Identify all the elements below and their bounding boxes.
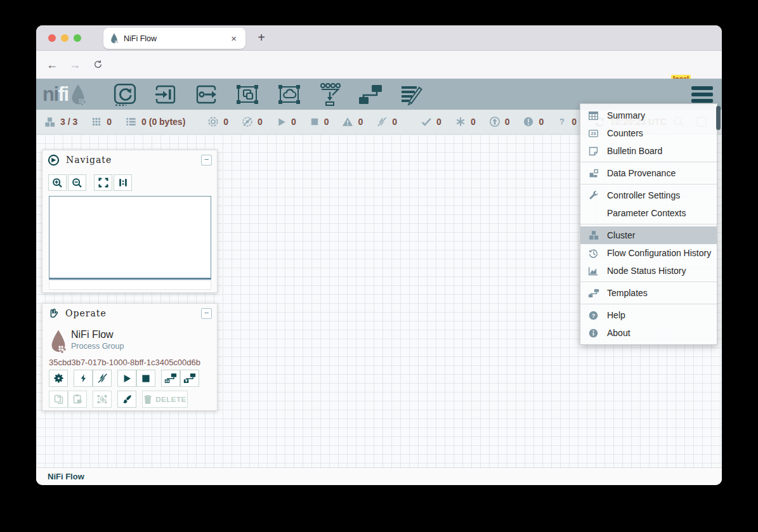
nifi-logo: nifi [42,84,86,105]
start-button[interactable] [117,370,136,387]
menu-item-parameter-contexts[interactable]: Parameter Contexts [580,204,717,222]
compass-icon [48,154,60,166]
back-button[interactable]: ← [44,56,60,73]
svg-text:23: 23 [591,131,596,136]
cubes-icon [588,230,607,241]
enable-button[interactable] [74,370,93,387]
menu-item-flow-configuration-history[interactable]: Flow Configuration History [580,244,717,262]
zoom-actual-size-button[interactable] [114,174,132,191]
global-menu-button[interactable] [691,86,713,103]
save-template-button[interactable] [161,370,180,387]
table-icon [588,110,607,121]
stat-not-transmitting: 0 [242,116,263,127]
menu-item-counters[interactable]: 23 Counters [580,124,717,142]
stat-value: 0 [436,117,441,127]
stat-queued: 0 (0 bytes) [125,116,185,127]
running-icon [276,117,287,127]
collapse-navigate-button[interactable]: − [201,155,212,165]
window-controls [48,34,81,42]
upload-template-button[interactable] [180,370,199,387]
menu-item-templates[interactable]: Templates [580,284,717,302]
processor-component-icon[interactable] [113,82,137,107]
breadcrumb[interactable]: NiFi Flow [48,472,84,481]
process-group-drop-icon [49,329,67,353]
zoom-out-button[interactable] [68,174,86,191]
menu-item-node-status-history[interactable]: Node Status History [580,262,717,280]
menu-label: Node Status History [607,266,686,276]
reload-button[interactable] [89,56,106,73]
template-component-icon[interactable] [358,84,383,105]
scrollbar-thumb[interactable] [716,106,721,130]
menu-label: Help [607,310,625,320]
configuration-button[interactable] [49,370,68,387]
info-circle-icon [588,328,607,339]
menu-label: Summary [607,110,645,120]
menu-item-about[interactable]: About [580,324,717,342]
stat-value: 0 [291,117,296,127]
selected-component-id[interactable]: 35cbd3b7-017b-1000-8bff-1c3405c00d6b [49,358,200,367]
question-mark-icon: ? [557,116,567,127]
remote-process-group-component-icon[interactable] [277,83,302,106]
menu-item-summary[interactable]: Summary [580,107,717,124]
disable-button[interactable] [93,370,112,387]
menu-divider [580,184,717,185]
birdseye-map[interactable] [49,196,211,280]
nifi-drop-icon [70,84,86,105]
tab-bar: NiFi Flow × + [36,25,722,51]
exclamation-circle-icon [523,116,534,127]
logo-fi: fi [58,83,69,105]
minimize-window-button[interactable] [61,34,69,42]
group-button[interactable] [93,391,112,408]
tab-favicon-nifi-drop-icon [110,33,119,44]
menu-item-cluster[interactable]: Cluster [580,226,717,244]
fill-color-button[interactable] [117,391,136,408]
stop-button[interactable] [136,370,155,387]
stat-value: 0 [324,117,329,127]
menu-label: Parameter Contexts [607,208,686,218]
stat-invalid: 0 [342,116,363,127]
operate-header[interactable]: Operate − [42,304,217,323]
new-tab-button[interactable]: + [253,30,270,45]
label-component-icon[interactable] [400,83,424,106]
zoom-window-button[interactable] [74,34,81,42]
stat-sync-failure: ? 0 [557,116,577,127]
menu-divider [580,304,717,304]
threads-grid-icon [91,116,102,127]
funnel-component-icon[interactable] [318,82,341,107]
stat-stopped: 0 [310,117,329,127]
invalid-warning-icon [342,116,353,127]
output-port-component-icon[interactable] [194,84,218,105]
browser-navbar: ← → 192.168.40.11:8080/nifi/ ☆ local [36,51,722,79]
navigate-header[interactable]: Navigate − [42,150,217,169]
stat-running: 0 [276,117,296,127]
close-window-button[interactable] [48,34,56,42]
input-port-component-icon[interactable] [154,84,178,105]
provenance-icon [588,168,607,179]
delete-button[interactable]: DELETE [142,391,188,408]
svg-text:?: ? [592,312,596,318]
logo-ni: ni [42,83,58,105]
stat-connected-nodes: 3 / 3 [44,116,77,128]
operate-palette: Operate − NiFi Flow Process Group 35cbd3… [42,303,218,411]
check-icon [421,116,432,127]
collapse-operate-button[interactable]: − [201,308,212,319]
close-tab-icon[interactable]: × [228,32,239,44]
menu-label: Bulletin Board [607,146,662,156]
stat-active-threads: 0 [91,116,112,127]
stat-value: 0 [505,117,510,127]
menu-item-bulletin-board[interactable]: Bulletin Board [580,142,717,160]
browser-tab[interactable]: NiFi Flow × [103,28,245,49]
zoom-fit-button[interactable] [94,174,112,191]
history-icon [588,248,607,259]
forward-button[interactable]: → [67,56,83,73]
copy-button[interactable] [49,391,68,408]
stat-up-to-date: 0 [421,116,441,127]
zoom-in-button[interactable] [48,174,67,191]
menu-item-data-provenance[interactable]: Data Provenance [580,164,717,182]
process-group-component-icon[interactable] [235,83,260,106]
stat-value: 0 [471,117,476,127]
menu-item-controller-settings[interactable]: Controller Settings [580,186,717,204]
paste-button[interactable] [68,391,87,408]
menu-item-help[interactable]: ? Help [580,306,717,324]
operate-title: Operate [65,308,201,318]
